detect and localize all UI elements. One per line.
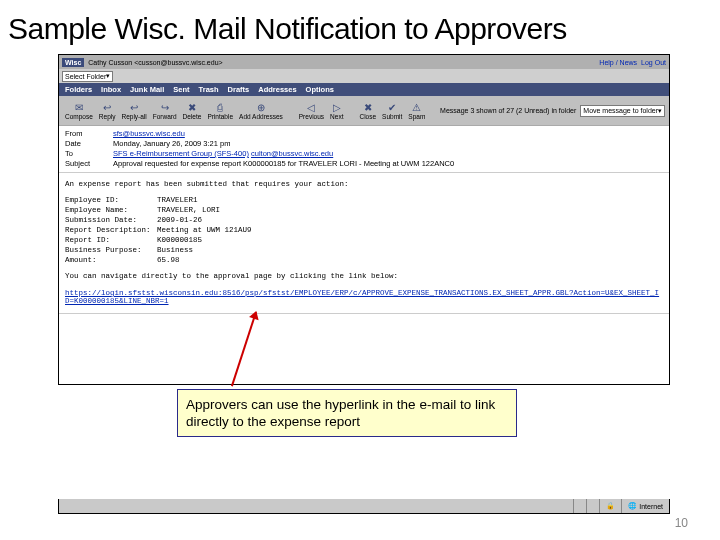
spam-button[interactable]: ⚠Spam	[406, 102, 427, 120]
emp-id-label: Employee ID:	[65, 195, 157, 205]
subject-label: Subject	[65, 159, 113, 169]
app-banner: Wisc Cathy Cusson <cusson@bussvc.wisc.ed…	[59, 55, 669, 69]
tab-bar: Folders Inbox Junk Mail Sent Trash Draft…	[59, 83, 669, 96]
wiscmail-window: Wisc Cathy Cusson <cusson@bussvc.wisc.ed…	[58, 54, 670, 385]
forward-button[interactable]: ↪Forward	[151, 102, 179, 120]
next-button[interactable]: ▷Next	[328, 102, 345, 120]
logout-link[interactable]: Log Out	[641, 59, 666, 66]
close-icon: ✖	[364, 102, 372, 113]
report-desc-label: Report Description:	[65, 225, 157, 235]
folder-row: Select Folder ▾	[59, 69, 669, 83]
lock-icon: 🔒	[599, 499, 621, 513]
amount-label: Amount:	[65, 255, 157, 265]
close-button[interactable]: ✖Close	[357, 102, 378, 120]
purpose-label: Business Purpose:	[65, 245, 157, 255]
zone-label: Internet	[639, 503, 663, 510]
from-label: From	[65, 129, 113, 139]
message-body: An expense report has been submitted tha…	[59, 173, 669, 289]
subject-value: Approval requested for expense report K0…	[113, 159, 454, 169]
message-count-info: Message 3 shown of 27 (2 Unread) in fold…	[440, 107, 576, 114]
chevron-down-icon: ▾	[658, 107, 662, 115]
select-folder-dropdown[interactable]: Select Folder ▾	[62, 71, 113, 82]
chevron-down-icon: ▾	[106, 72, 110, 80]
from-link[interactable]: sfs@bussvc.wisc.edu	[113, 129, 185, 139]
globe-icon: 🌐	[628, 502, 637, 510]
address-icon: ⊕	[257, 102, 265, 113]
tab-folders[interactable]: Folders	[65, 85, 92, 94]
approval-hyperlink[interactable]: https://login.sfstst.wisconsin.edu:8516/…	[59, 289, 669, 309]
replyall-button[interactable]: ↩Reply-all	[119, 102, 148, 120]
delete-button[interactable]: ✖Delete	[181, 102, 204, 120]
tab-drafts[interactable]: Drafts	[228, 85, 250, 94]
user-identity: Cathy Cusson <cusson@bussvc.wisc.edu>	[88, 59, 599, 66]
to-group-link[interactable]: SFS e-Reimbursement Group (SFS-400)	[113, 149, 249, 158]
report-id-value: K000000185	[157, 235, 202, 245]
help-link[interactable]: Help / News	[599, 59, 637, 66]
to-email-link[interactable]: culton@bussvc.wisc.edu	[251, 149, 333, 158]
spam-icon: ⚠	[412, 102, 421, 113]
move-message-dropdown[interactable]: Move message to folder ▾	[580, 105, 665, 117]
report-id-label: Report ID:	[65, 235, 157, 245]
submit-button[interactable]: ✔Submit	[380, 102, 404, 120]
prev-button[interactable]: ◁Previous	[297, 102, 326, 120]
printable-button[interactable]: ⎙Printable	[205, 102, 235, 120]
message-headers: Fromsfs@bussvc.wisc.edu DateMonday, Janu…	[59, 126, 669, 173]
compose-icon: ✉	[75, 102, 83, 113]
tab-addresses[interactable]: Addresses	[258, 85, 296, 94]
wisc-logo: Wisc	[62, 58, 84, 67]
tab-inbox[interactable]: Inbox	[101, 85, 121, 94]
slide-number: 10	[675, 516, 688, 530]
replyall-icon: ↩	[130, 102, 138, 113]
emp-id-value: TRAVELER1	[157, 195, 198, 205]
date-label: Date	[65, 139, 113, 149]
delete-icon: ✖	[188, 102, 196, 113]
purpose-value: Business	[157, 245, 193, 255]
sub-date-value: 2009-01-26	[157, 215, 202, 225]
callout-text: Approvers can use the hyperlink in the e…	[186, 397, 495, 429]
report-desc-value: Meeting at UWM 121AU9	[157, 225, 252, 235]
next-icon: ▷	[333, 102, 341, 113]
compose-button[interactable]: ✉Compose	[63, 102, 95, 120]
tab-sent[interactable]: Sent	[173, 85, 189, 94]
sub-date-label: Submission Date:	[65, 215, 157, 225]
nav-instruction: You can navigate directly to the approva…	[65, 271, 663, 281]
tab-options[interactable]: Options	[306, 85, 334, 94]
forward-icon: ↪	[161, 102, 169, 113]
slide-title: Sample Wisc. Mail Notification to Approv…	[0, 0, 720, 54]
submit-icon: ✔	[388, 102, 396, 113]
emp-name-label: Employee Name:	[65, 205, 157, 215]
print-icon: ⎙	[217, 102, 223, 113]
date-value: Monday, January 26, 2009 3:21 pm	[113, 139, 230, 149]
body-intro: An expense report has been submitted tha…	[65, 179, 663, 189]
reply-button[interactable]: ↩Reply	[97, 102, 118, 120]
message-toolbar: ✉Compose ↩Reply ↩Reply-all ↪Forward ✖Del…	[59, 96, 669, 126]
tab-junkmail[interactable]: Junk Mail	[130, 85, 164, 94]
reply-icon: ↩	[103, 102, 111, 113]
add-addresses-button[interactable]: ⊕Add Addresses	[237, 102, 285, 120]
emp-name-value: TRAVELER, LORI	[157, 205, 220, 215]
move-label: Move message to folder	[583, 107, 658, 114]
tab-trash[interactable]: Trash	[199, 85, 219, 94]
annotation-callout: Approvers can use the hyperlink in the e…	[177, 389, 517, 437]
to-label: To	[65, 149, 113, 159]
amount-value: 65.98	[157, 255, 180, 265]
prev-icon: ◁	[307, 102, 315, 113]
select-folder-label: Select Folder	[65, 73, 106, 80]
browser-status-bar: 🔒 🌐 Internet	[58, 499, 670, 514]
